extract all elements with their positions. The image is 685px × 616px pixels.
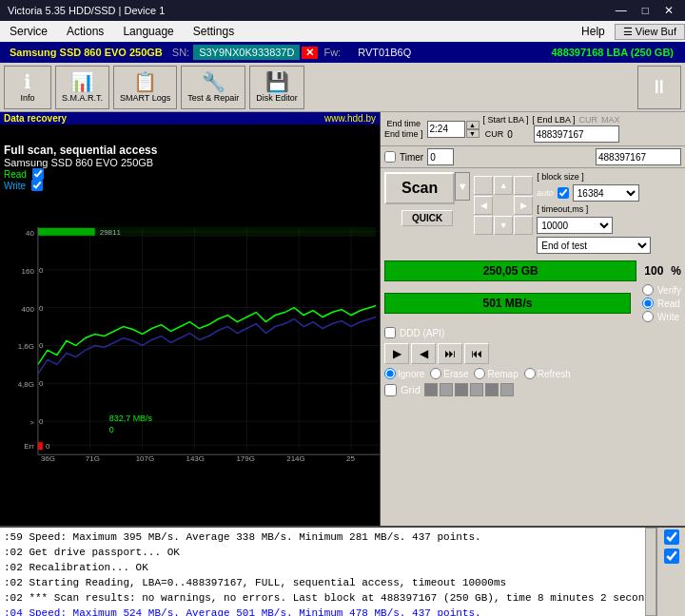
quick-button[interactable]: QUICK (401, 210, 453, 226)
arrow-upright[interactable] (514, 176, 533, 195)
svg-text:0: 0 (39, 304, 44, 313)
play-button[interactable]: ▶ (384, 343, 409, 364)
arrow-left[interactable]: ◀ (474, 196, 493, 215)
remap-label: Remap (487, 369, 518, 379)
info-icon: ℹ (24, 72, 31, 91)
ignore-radio[interactable] (384, 368, 396, 379)
smart-logs-button[interactable]: 📋 SMART Logs (113, 66, 177, 109)
graph-header-right: www.hdd.by (324, 113, 376, 124)
end-of-test-select[interactable]: End of test (537, 237, 651, 254)
remap-radio[interactable] (474, 368, 485, 379)
grid-cell-6 (500, 383, 514, 396)
read-label: Read (657, 298, 680, 309)
log-line: :02 Starting Reading, LBA=0..488397167, … (4, 575, 641, 590)
svg-text:0: 0 (39, 341, 44, 350)
ddd-checkbox[interactable] (384, 327, 396, 338)
info-button[interactable]: ℹ Info (4, 66, 51, 109)
grid-cell-1 (424, 383, 438, 396)
editor-icon: 💾 (265, 72, 289, 91)
end-lba-input[interactable] (534, 125, 619, 143)
window-controls[interactable]: — □ ✕ (612, 4, 677, 17)
svg-text:143G: 143G (186, 454, 206, 463)
scan-button[interactable]: Scan (384, 172, 455, 204)
graph-title: Full scan, sequential access (4, 144, 157, 157)
read-radio[interactable] (642, 298, 654, 309)
menu-actions[interactable]: Actions (57, 21, 113, 42)
refresh-radio[interactable] (524, 368, 536, 379)
minimize-button[interactable]: — (612, 4, 631, 17)
pause-button[interactable]: ⏸ (637, 66, 681, 109)
log-content: :59 Speed: Maximum 395 MB/s. Average 338… (0, 528, 645, 616)
log-check-2[interactable] (664, 549, 679, 564)
menu-help[interactable]: Help (572, 21, 615, 42)
graph-header-left: Data recovery (4, 113, 67, 124)
svg-text:160: 160 (22, 267, 35, 276)
read-checkbox[interactable] (32, 168, 44, 180)
device-close-button[interactable]: ✕ (302, 47, 318, 59)
grid-cell-2 (440, 383, 453, 396)
write-radio[interactable] (642, 311, 654, 322)
write-checkbox[interactable] (31, 180, 43, 191)
main-area: Data recovery www.hdd.by Full scan, sequ… (0, 112, 685, 526)
refresh-label: Refresh (538, 369, 571, 379)
start-lba-val-display (505, 125, 526, 143)
grid-cell-4 (470, 383, 483, 396)
device-fw: RVT01B6Q (350, 45, 419, 60)
scan-dropdown[interactable]: ▼ (455, 172, 470, 201)
arrow-downleft[interactable] (474, 216, 493, 235)
step-button[interactable]: ⏭ (438, 343, 462, 364)
timeout-select[interactable]: 10000 (537, 217, 613, 234)
graph-canvas-area: Full scan, sequential access Samsung SSD… (0, 125, 380, 526)
timer-checkbox[interactable] (384, 151, 396, 163)
grid-cell-5 (485, 383, 499, 396)
log-check-1[interactable] (664, 529, 679, 545)
arrow-up[interactable]: ▲ (494, 176, 513, 195)
menu-service[interactable]: Service (0, 21, 57, 42)
arrow-upleft[interactable] (474, 176, 493, 195)
graph-header: Data recovery www.hdd.by (0, 112, 380, 125)
disk-editor-button[interactable]: 💾 Disk Editor (249, 66, 304, 109)
log-line: :02 Get drive passport... OK (4, 545, 641, 560)
grid-checkbox[interactable] (384, 384, 397, 396)
end-time-input[interactable] (427, 121, 465, 138)
svg-text:179G: 179G (236, 454, 254, 463)
verify-radio[interactable] (642, 284, 654, 296)
svg-rect-0 (0, 175, 380, 488)
arrow-right[interactable]: ▶ (514, 196, 533, 215)
end-button[interactable]: ⏮ (464, 343, 489, 364)
block-size-label: block size (541, 172, 579, 182)
erase-radio[interactable] (430, 368, 441, 379)
back-button[interactable]: ◀ (411, 343, 436, 364)
end-lba-label: [ End LBA ] (533, 115, 576, 125)
menu-language[interactable]: Language (113, 21, 183, 42)
app-title: Victoria 5.35 HDD/SSD | Device 1 (8, 5, 165, 16)
svg-text:0: 0 (39, 417, 44, 426)
speed-bar: 501 MB/s (384, 293, 631, 314)
svg-text:29811: 29811 (100, 228, 122, 237)
svg-text:36G: 36G (41, 454, 55, 463)
menu-settings[interactable]: Settings (184, 21, 244, 42)
svg-text:214G: 214G (286, 454, 305, 463)
timer-end-input[interactable] (596, 148, 681, 165)
arrow-downright[interactable] (514, 216, 533, 235)
log-scrollbar[interactable] (645, 528, 656, 616)
svg-text:25: 25 (346, 454, 355, 463)
view-buf-button[interactable]: ☰ View Buf (615, 24, 685, 40)
test-repair-button[interactable]: 🔧 Test & Repair (181, 66, 245, 109)
verify-label: Verify (657, 285, 681, 296)
close-button[interactable]: ✕ (660, 4, 677, 17)
timer-input[interactable] (427, 148, 454, 165)
block-auto-label: auto (537, 188, 554, 198)
block-auto-checkbox[interactable] (558, 187, 569, 199)
block-size-select[interactable]: 16384 (573, 184, 639, 202)
log-area: :59 Speed: Maximum 395 MB/s. Average 338… (0, 526, 685, 616)
log-line: :02 Recalibration... OK (4, 560, 641, 575)
start-lba-label: [ Start LBA ] (483, 115, 529, 125)
maximize-button[interactable]: □ (638, 4, 653, 17)
arrow-down[interactable]: ▼ (494, 216, 513, 235)
ddd-row: DDD (API) (384, 327, 681, 338)
end-time-up[interactable]: ▲ (466, 121, 480, 129)
smart-button[interactable]: 📊 S.M.A.R.T. (55, 66, 109, 109)
end-time-down[interactable]: ▼ (466, 129, 480, 138)
title-bar: Victoria 5.35 HDD/SSD | Device 1 — □ ✕ (0, 0, 685, 21)
